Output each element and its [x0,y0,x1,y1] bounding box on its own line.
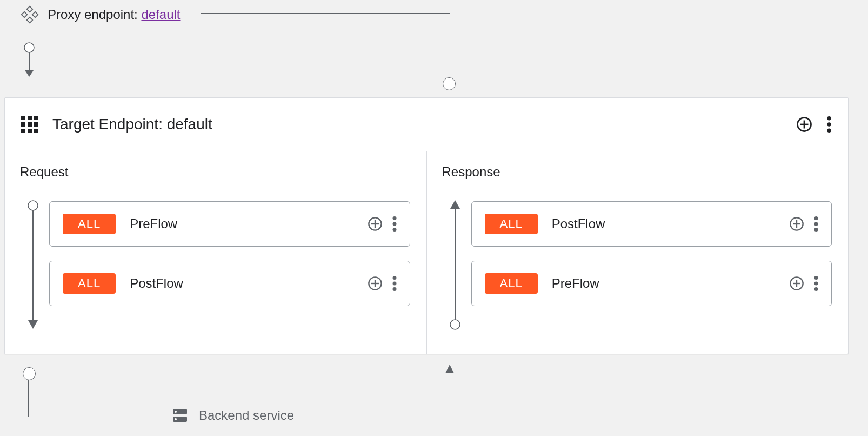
flow-more-menu[interactable] [814,276,818,291]
backend-to-response-connector [320,373,450,417]
svg-point-27 [392,287,396,291]
svg-point-34 [814,216,818,220]
target-endpoint-title: Target Endpoint: default [52,116,212,133]
apps-grid-icon [21,116,38,133]
flow-badge: ALL [63,214,116,234]
request-postflow-item[interactable]: ALL PostFlow [49,261,410,306]
flow-more-menu[interactable] [392,216,397,232]
svg-rect-1 [27,17,33,23]
request-preflow-item[interactable]: ALL PreFlow [49,201,410,247]
request-to-backend-connector [28,373,168,417]
add-target-button[interactable] [796,116,812,133]
svg-point-40 [814,276,818,280]
flow-name: PreFlow [130,216,177,232]
svg-marker-6 [25,70,34,77]
proxy-flow-arrow [23,42,36,80]
proxy-endpoint-link[interactable]: default [141,7,180,22]
add-step-button[interactable] [789,216,804,232]
flow-badge: ALL [485,214,538,234]
svg-point-35 [814,222,818,226]
add-step-button[interactable] [368,216,383,232]
svg-point-12 [827,129,831,133]
target-more-menu[interactable] [826,116,832,133]
backend-service-text: Backend service [199,408,294,423]
svg-marker-15 [28,320,38,329]
response-title: Response [440,164,849,180]
response-postflow-item[interactable]: ALL PostFlow [471,201,832,247]
svg-point-11 [827,122,831,127]
svg-rect-3 [32,12,38,18]
proxy-endpoint-icon [22,6,38,23]
target-endpoint-header: Target Endpoint: default [5,98,848,151]
request-title: Request [18,164,426,180]
backend-service-label: Backend service [173,408,294,423]
proxy-endpoint-label: Proxy endpoint: [48,7,138,22]
svg-point-26 [392,282,396,286]
svg-rect-0 [27,6,33,12]
flow-name: PostFlow [552,216,605,232]
svg-point-36 [814,228,818,232]
svg-point-4 [24,43,34,52]
add-step-button[interactable] [789,276,804,291]
svg-point-10 [827,116,831,121]
response-preflow-item[interactable]: ALL PreFlow [471,261,832,306]
add-step-button[interactable] [368,276,383,291]
svg-rect-2 [22,12,28,18]
svg-point-30 [450,320,460,329]
flow-more-menu[interactable] [814,216,818,232]
proxy-to-target-connector [201,13,450,78]
svg-point-25 [392,276,396,280]
request-column: Request ALL PreFlow [5,151,426,354]
request-flow-arrow [26,200,39,330]
svg-point-19 [392,216,396,220]
response-column: Response ALL PostFlow [426,151,849,354]
flow-badge: ALL [63,273,116,294]
svg-point-21 [392,228,396,232]
target-endpoint-card: Target Endpoint: default Request [4,97,849,354]
server-icon [173,409,187,422]
svg-point-13 [28,201,38,210]
flow-badge: ALL [485,273,538,294]
response-flow-arrow [449,200,462,330]
flow-more-menu[interactable] [392,276,397,291]
proxy-endpoint-header: Proxy endpoint: default [22,6,181,23]
flow-name: PostFlow [130,276,183,291]
svg-point-42 [814,287,818,291]
svg-point-20 [392,222,396,226]
svg-point-41 [814,282,818,286]
flow-name: PreFlow [552,276,599,291]
svg-marker-28 [450,200,460,209]
